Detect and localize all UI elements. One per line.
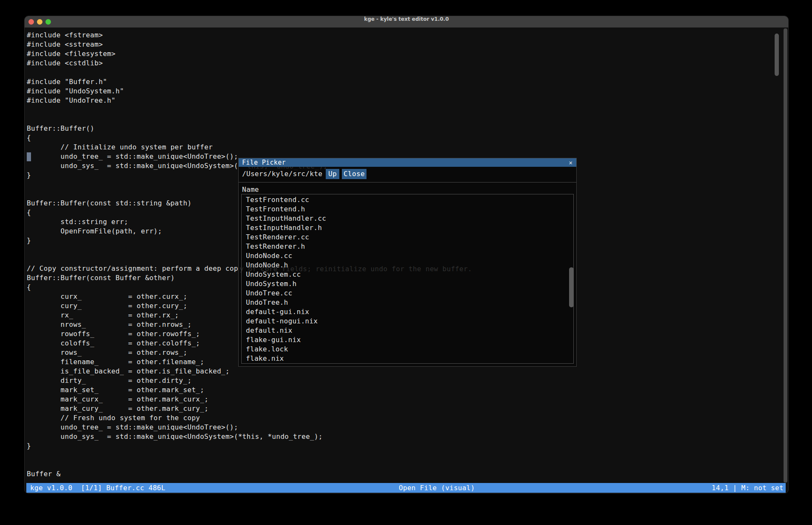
window-scrollbar-track[interactable] bbox=[784, 28, 787, 483]
code-line[interactable]: { bbox=[27, 133, 471, 143]
code-line[interactable]: Buffer::Buffer() bbox=[27, 124, 471, 133]
file-list-item[interactable]: flake-gui.nix bbox=[242, 335, 573, 345]
code-line[interactable]: is_file_backed_ = other.is_file_backed_; bbox=[27, 367, 471, 376]
up-button[interactable]: Up bbox=[326, 169, 339, 179]
file-list-scrollbar-thumb[interactable] bbox=[569, 267, 574, 307]
code-line[interactable]: #include <fstream> bbox=[27, 31, 471, 40]
file-list-item[interactable]: UndoTree.cc bbox=[242, 289, 573, 298]
code-line[interactable]: } bbox=[27, 441, 471, 451]
file-list-item[interactable]: TestInputHandler.h bbox=[242, 223, 573, 233]
column-header-name: Name bbox=[242, 185, 259, 194]
file-list-item[interactable]: flake.lock bbox=[242, 345, 573, 354]
code-line[interactable]: #include "UndoTree.h" bbox=[27, 96, 471, 105]
code-line[interactable] bbox=[27, 68, 471, 77]
code-line[interactable] bbox=[27, 105, 471, 115]
file-list[interactable]: TestFrontend.ccTestFrontend.hTestInputHa… bbox=[241, 194, 574, 364]
dialog-close-icon[interactable]: ✕ bbox=[569, 158, 572, 167]
code-line[interactable]: // Fresh undo system for the copy bbox=[27, 413, 471, 423]
file-list-item[interactable]: default.nix bbox=[242, 326, 573, 335]
code-line[interactable]: #include <filesystem> bbox=[27, 49, 471, 59]
window-titlebar[interactable]: kge - kyle's text editor v1.0.0 bbox=[25, 16, 788, 28]
code-line[interactable]: mark_set_ = other.mark_set_; bbox=[27, 385, 471, 395]
file-list-item[interactable]: TestRenderer.h bbox=[242, 242, 573, 251]
status-bar: kge v1.0.0 [1/1] Buffer.cc 486L Open Fil… bbox=[26, 483, 786, 493]
file-list-item[interactable]: default-nogui.nix bbox=[242, 317, 573, 326]
close-button[interactable]: Close bbox=[342, 169, 367, 179]
file-list-item[interactable]: UndoTree.h bbox=[242, 298, 573, 307]
code-line[interactable]: #include "Buffer.h" bbox=[27, 77, 471, 87]
status-version-file: kge v1.0.0 [1/1] Buffer.cc 486L bbox=[30, 483, 166, 493]
file-list-item[interactable]: UndoSystem.h bbox=[242, 279, 573, 289]
window-title: kge - kyle's text editor v1.0.0 bbox=[25, 16, 788, 27]
code-line[interactable]: Buffer & bbox=[27, 469, 471, 479]
file-list-item[interactable]: UndoNode.cc bbox=[242, 251, 573, 261]
status-mode: Open File (visual) bbox=[399, 483, 475, 493]
file-list-item[interactable]: UndoNode.h bbox=[242, 261, 573, 270]
file-list-item[interactable]: TestRenderer.cc bbox=[242, 233, 573, 242]
code-line[interactable]: // Initialize undo system per buffer bbox=[27, 143, 471, 152]
desktop-background: kge - kyle's text editor v1.0.0 #include… bbox=[0, 0, 812, 525]
code-line[interactable] bbox=[27, 451, 471, 460]
code-line[interactable]: mark_curx_ = other.mark_curx_; bbox=[27, 395, 471, 404]
code-line[interactable]: #include <cstdlib> bbox=[27, 59, 471, 68]
code-line[interactable]: undo_tree_ = std::make_unique<UndoTree>(… bbox=[27, 423, 471, 432]
dialog-title: File Picker bbox=[242, 158, 286, 167]
file-list-item[interactable]: default-gui.nix bbox=[242, 307, 573, 317]
code-line[interactable] bbox=[27, 460, 471, 469]
status-cursor-mark: 14,1 | M: not set bbox=[712, 483, 784, 493]
file-list-item[interactable]: TestFrontend.cc bbox=[242, 195, 573, 205]
current-path: /Users/kyle/src/kte bbox=[242, 169, 322, 179]
code-line[interactable]: mark_cury_ = other.mark_cury_; bbox=[27, 404, 471, 413]
code-line[interactable] bbox=[27, 115, 471, 124]
divider bbox=[239, 182, 576, 182]
file-picker-dialog: *this, *undo_tree_); y of core fields; r… bbox=[238, 158, 577, 367]
path-row: /Users/kyle/src/kte Up Close bbox=[239, 169, 576, 179]
editor-scrollbar-thumb[interactable] bbox=[775, 34, 779, 76]
code-line[interactable]: #include "UndoSystem.h" bbox=[27, 87, 471, 96]
text-cursor bbox=[27, 152, 31, 161]
app-window: kge - kyle's text editor v1.0.0 #include… bbox=[24, 16, 789, 494]
file-list-item[interactable]: flake.nix bbox=[242, 354, 573, 363]
file-list-item[interactable]: UndoSystem.cc bbox=[242, 270, 573, 279]
file-list-item[interactable]: TestInputHandler.cc bbox=[242, 214, 573, 223]
code-line[interactable]: undo_sys_ = std::make_unique<UndoSystem>… bbox=[27, 432, 471, 441]
dialog-titlebar[interactable]: File Picker ✕ bbox=[239, 158, 576, 167]
code-line[interactable]: dirty_ = other.dirty_; bbox=[27, 376, 471, 385]
code-line[interactable]: #include <sstream> bbox=[27, 40, 471, 49]
file-list-item[interactable]: TestFrontend.h bbox=[242, 205, 573, 214]
